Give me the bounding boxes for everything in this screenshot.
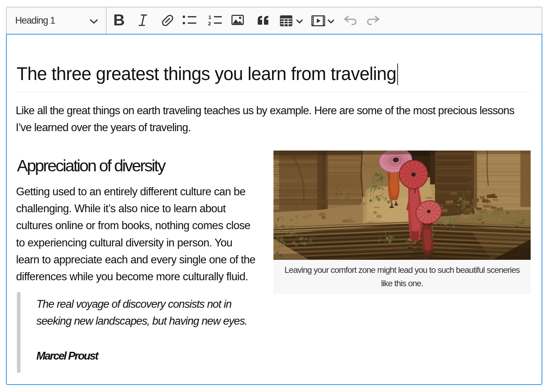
svg-text:2: 2 [208,20,211,26]
svg-text:1: 1 [209,14,211,20]
